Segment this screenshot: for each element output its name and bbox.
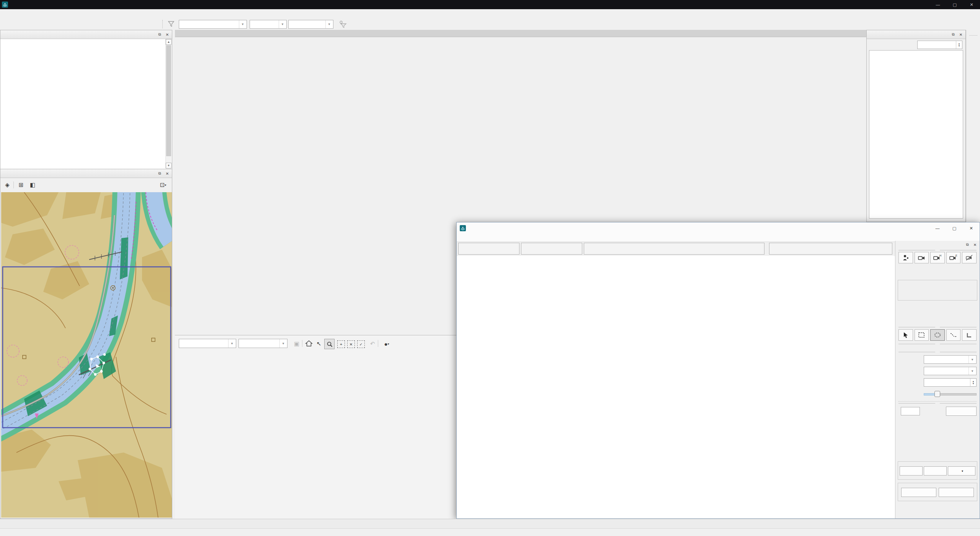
unreject-button[interactable] xyxy=(939,488,974,497)
menu-bar xyxy=(0,9,980,19)
app-logo-icon xyxy=(2,2,8,8)
filter-edit-icon[interactable] xyxy=(168,20,176,28)
camera-free-icon[interactable] xyxy=(915,252,929,263)
close-button[interactable]: ✕ xyxy=(963,0,980,9)
clear-selection-button[interactable] xyxy=(900,466,923,476)
selected-count-cell xyxy=(458,243,519,255)
camera-buttons: H E xyxy=(898,252,977,263)
time-series-toolbar: ▼ ▼ ▣ ↖ + ✕ ✓ ↶ ●▾ xyxy=(175,337,456,350)
zoom-extents-icon[interactable]: ◈ xyxy=(3,180,12,190)
toolbar-separator xyxy=(162,20,163,28)
close-panel-icon[interactable]: ✕ xyxy=(958,31,964,38)
select-accept-icon[interactable]: ✓ xyxy=(357,340,365,348)
maximize-button[interactable]: ▢ xyxy=(946,224,963,233)
slice-size-input[interactable] xyxy=(901,407,920,415)
select-add-icon[interactable]: + xyxy=(337,340,345,348)
raw-sonar-file-list[interactable] xyxy=(0,39,172,169)
main-toolbar: ▼ ▼ ▼ xyxy=(0,18,980,30)
cursor-lasso-icon[interactable] xyxy=(930,329,945,341)
exag-spinner[interactable]: ▲▼ xyxy=(924,378,977,387)
undo-icon: ↶ xyxy=(368,339,377,348)
map-toolbar: ◈ ⊞ ◧ ⊡▾ xyxy=(0,178,172,192)
scrollbar-thumb[interactable] xyxy=(166,45,171,156)
svg-text:E: E xyxy=(956,254,957,257)
qimera-main-window: — ▢ ✕ ▼ ▼ ▼ xyxy=(0,0,980,536)
coordinates-cell xyxy=(769,243,892,255)
control-bar-panel: ⧉ ✕ H E xyxy=(895,241,980,518)
project-sources-panel: ⧉ ✕ ▲ ▼ xyxy=(0,30,172,169)
surface-edit-overview-panel: ⧉ ✕ ◈ ⊞ ◧ ⊡▾ xyxy=(0,169,172,519)
file-cell xyxy=(584,243,764,255)
cursor-mode-buttons xyxy=(898,329,977,341)
height-time-series-chart[interactable] xyxy=(179,356,455,502)
color-by-combo[interactable]: ▼ xyxy=(924,355,977,364)
3deditor-title-bar[interactable]: — ▢ ✕ xyxy=(457,222,980,234)
app-logo-icon xyxy=(460,225,466,231)
scroll-down-icon[interactable]: ▼ xyxy=(166,163,172,168)
cursor-polyline-icon[interactable] xyxy=(946,329,961,341)
inside-selection-combo[interactable]: ▼ xyxy=(288,20,333,29)
cursor-arrow-icon[interactable] xyxy=(898,329,913,341)
pointcloud-viewport[interactable] xyxy=(457,256,894,518)
project-sources-scrollbar[interactable]: ▲ ▼ xyxy=(165,39,172,168)
scroll-up-icon[interactable]: ▲ xyxy=(166,39,172,45)
display-options-icon[interactable]: ⊡▾ xyxy=(157,180,170,190)
pan-cursor-icon[interactable]: ↖ xyxy=(314,339,323,348)
split-view-icon[interactable]: ⊞ xyxy=(16,180,26,190)
invert-selection-button[interactable] xyxy=(924,466,947,476)
editing-mode-group xyxy=(898,280,977,301)
filter-soundings-combo[interactable]: ▼ xyxy=(179,20,247,29)
bottom-tab-bar xyxy=(0,519,980,529)
point-size-slider[interactable] xyxy=(924,391,977,397)
camera-home-icon[interactable]: H xyxy=(930,252,945,263)
point-mode-icon[interactable]: ●▾ xyxy=(381,339,392,348)
maximize-button[interactable]: ▢ xyxy=(946,0,963,9)
bathy-view-title xyxy=(175,30,866,37)
cursor-angle-icon[interactable] xyxy=(962,329,977,341)
select-remove-icon[interactable]: ✕ xyxy=(347,340,355,348)
layout-icon[interactable]: ◧ xyxy=(28,180,37,190)
reject-button[interactable] xyxy=(901,488,936,497)
3deditor-menu-bar xyxy=(457,234,980,242)
status-bar xyxy=(0,528,980,536)
float-panel-icon[interactable]: ⧉ xyxy=(157,31,163,38)
close-panel-icon[interactable]: ✕ xyxy=(164,170,170,176)
apply-filter-icon[interactable] xyxy=(338,20,348,28)
minimize-button[interactable]: — xyxy=(929,224,946,233)
close-panel-icon[interactable]: ✕ xyxy=(972,242,978,248)
layers-tree[interactable] xyxy=(869,50,963,219)
float-panel-icon[interactable]: ⧉ xyxy=(950,31,956,38)
camera-lock-icon[interactable] xyxy=(962,252,977,263)
home-icon[interactable] xyxy=(305,340,313,347)
vertical-exaggeration-spinner[interactable]: ▲▼ xyxy=(917,41,962,49)
selection-group: ▾ xyxy=(898,461,977,480)
float-panel-icon[interactable]: ⧉ xyxy=(964,242,970,248)
chart-overview-map[interactable] xyxy=(1,192,172,518)
record-cell xyxy=(521,243,582,255)
channel-combo[interactable]: ▼ xyxy=(179,339,236,348)
slider-thumb[interactable] xyxy=(934,391,940,397)
project-layers-panel: ⧉ ✕ ▲▼ xyxy=(866,30,966,222)
highlight-combo[interactable]: ▼ xyxy=(924,367,977,375)
cursor-rect-select-icon[interactable] xyxy=(915,329,929,341)
3deditor-window: — ▢ ✕ ⧉ xyxy=(456,222,980,519)
close-panel-icon[interactable]: ✕ xyxy=(164,31,170,38)
select-by-button[interactable]: ▾ xyxy=(948,466,975,476)
nav-source-combo[interactable]: ▼ xyxy=(238,339,287,348)
camera-person-icon[interactable] xyxy=(898,252,913,263)
camera-east-icon[interactable]: E xyxy=(946,252,961,263)
time-series-editor-panel: ▼ ▼ ▣ ↖ + ✕ ✓ ↶ ●▾ xyxy=(175,335,456,519)
minimize-button[interactable]: — xyxy=(929,0,946,9)
strip-grip[interactable] xyxy=(969,31,977,36)
close-button[interactable]: ✕ xyxy=(963,224,980,233)
spin-down-icon: ▼ xyxy=(958,45,960,47)
float-panel-icon[interactable]: ⧉ xyxy=(157,170,163,176)
save-icon: ▣ xyxy=(292,339,301,348)
zoom-tool-icon[interactable] xyxy=(324,339,335,349)
scene-tools-strip xyxy=(966,30,980,222)
start-slices-button[interactable] xyxy=(946,407,977,416)
surface-files-combo[interactable]: ▼ xyxy=(250,20,287,29)
title-bar: — ▢ ✕ xyxy=(0,0,980,9)
edit-group xyxy=(898,483,977,501)
vertical-splitter[interactable] xyxy=(172,30,175,519)
